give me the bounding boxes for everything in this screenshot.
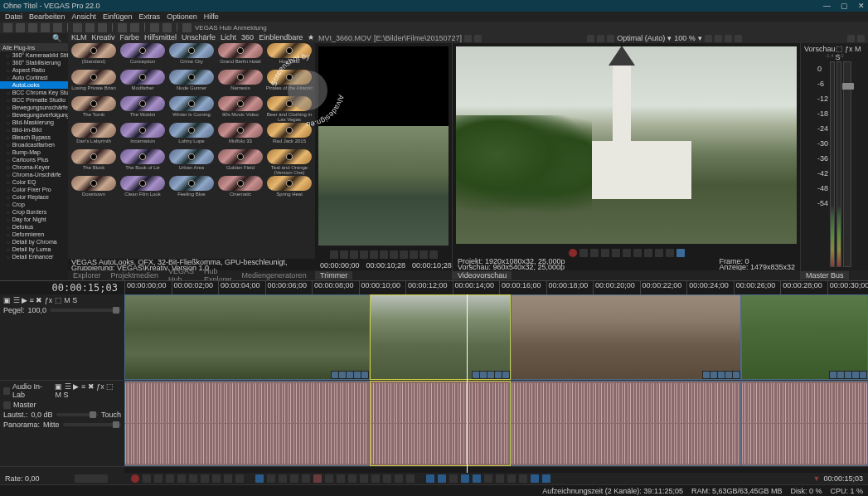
stop-icon[interactable]	[623, 249, 631, 257]
save-icon[interactable]	[28, 23, 37, 32]
cut-icon[interactable]	[73, 23, 82, 32]
audio-track-icons[interactable]: ▣ ☰ ▶ ≡ ✖ ƒx ⬚ M S	[55, 382, 121, 399]
menu-optionen[interactable]: Optionen	[167, 12, 197, 21]
plugin-item[interactable]: Color Replace	[0, 193, 68, 201]
track-icon[interactable]	[3, 387, 10, 395]
snap-icon[interactable]	[507, 474, 516, 483]
preset-item[interactable]: Dan's Labyrinth	[70, 123, 118, 148]
trimmer-tab[interactable]: Trimmer	[315, 271, 352, 280]
audio-track[interactable]	[124, 381, 868, 467]
preview-overlay-icon[interactable]	[725, 35, 732, 42]
preview-overlay-icon[interactable]	[735, 35, 742, 42]
category-tab[interactable]: Farbe	[120, 33, 140, 41]
mark-out-icon[interactable]	[410, 250, 418, 259]
preview-overlay-icon[interactable]	[705, 35, 712, 42]
prev-frame-icon[interactable]	[380, 250, 388, 259]
preset-item[interactable]: The Book of Liz	[119, 149, 167, 175]
menu-datei[interactable]: Datei	[5, 12, 22, 21]
preset-item[interactable]: Winter is Coming	[167, 96, 216, 122]
loop-icon[interactable]	[579, 249, 588, 257]
category-tab[interactable]: Kreativ	[92, 33, 115, 41]
preview-split-icon[interactable]	[607, 35, 614, 42]
tool-icon[interactable]	[290, 474, 298, 483]
plugin-item[interactable]: Day for Night	[0, 216, 68, 223]
plugin-item[interactable]: Aspect Ratio	[0, 66, 68, 74]
properties-icon[interactable]	[53, 23, 62, 32]
close-button[interactable]: ✕	[858, 2, 865, 10]
trimmer-tc-dur[interactable]: 00:00:10;28	[412, 261, 452, 270]
rate-label[interactable]: Rate: 0,00	[5, 474, 71, 483]
category-tab[interactable]: KLM	[71, 33, 87, 41]
loop-icon[interactable]	[143, 474, 151, 483]
plugin-item[interactable]: 360° Kameraabild Stitching	[0, 51, 68, 59]
category-tab[interactable]: Licht	[221, 33, 236, 41]
preset-item[interactable]: Nude Gunner	[167, 70, 216, 95]
play-start-icon[interactable]	[590, 249, 599, 257]
pause-icon[interactable]	[177, 474, 186, 483]
preset-item[interactable]: Modfather	[119, 70, 167, 95]
video-clip-selected[interactable]	[370, 294, 511, 380]
preset-item[interactable]: Teal and Orange (Version One)	[265, 149, 313, 175]
more-icon[interactable]	[429, 250, 438, 259]
plugin-item[interactable]: Bild-Maskierung	[0, 119, 68, 126]
record-icon[interactable]	[569, 249, 577, 257]
preset-item[interactable]: Muffolo 33	[216, 123, 264, 148]
snap-icon[interactable]	[531, 474, 539, 483]
preset-item[interactable]: 90s Music Video	[216, 96, 264, 122]
add-clip-icon[interactable]	[419, 250, 428, 259]
plugin-item[interactable]: Detail by Chroma	[0, 238, 68, 246]
quality-dropdown[interactable]: Optimal (Auto)	[617, 34, 665, 42]
playhead[interactable]	[467, 294, 468, 473]
preset-item[interactable]: Feeling Blue	[167, 176, 216, 202]
redo-icon[interactable]	[130, 23, 139, 32]
minimize-button[interactable]: —	[823, 2, 831, 10]
plugin-search[interactable]: 🔍	[0, 33, 68, 43]
snap-icon[interactable]	[449, 474, 458, 483]
trim-tool-icon[interactable]	[464, 35, 472, 42]
routing-icon[interactable]	[3, 401, 11, 409]
plugin-item[interactable]: AutoLooks	[0, 81, 68, 89]
stop-icon[interactable]	[360, 250, 368, 259]
tool-icon[interactable]	[267, 474, 275, 483]
upload-icon[interactable]	[150, 23, 159, 32]
plugin-item[interactable]: Bewegungsunschärfe	[0, 104, 68, 111]
master-controls[interactable]: ⬚ ƒx M S	[836, 45, 865, 51]
menu-bearbeiten[interactable]: Bearbeiten	[29, 12, 65, 21]
tool-icon[interactable]	[325, 474, 333, 483]
plugin-item[interactable]: Bump-Map	[0, 148, 68, 156]
tool-icon[interactable]	[383, 474, 391, 483]
audio-clip-selected[interactable]	[370, 381, 511, 466]
next-frame-icon[interactable]	[666, 249, 674, 257]
dock-icon[interactable]	[847, 35, 855, 42]
preset-item[interactable]: Downtown	[70, 176, 118, 202]
plugin-item[interactable]: BCC Primatte Studio	[0, 96, 68, 104]
toggle-icon[interactable]	[676, 249, 685, 257]
pegel-value[interactable]: 100,0	[28, 306, 47, 314]
video-clip[interactable]	[511, 294, 741, 380]
snap-icon[interactable]	[542, 474, 550, 483]
close-icon[interactable]	[857, 35, 865, 42]
play-start-icon[interactable]	[154, 474, 162, 483]
rate-slider[interactable]	[75, 474, 108, 483]
preview-fx-icon[interactable]	[597, 35, 604, 42]
go-end-icon[interactable]	[212, 474, 221, 483]
video-track-header[interactable]: ▣ ☰ ▶ ≡ ✖ ƒx ⬚ M S Pegel: 100,0	[0, 294, 124, 381]
preview-video[interactable]	[456, 46, 797, 244]
tool-icon[interactable]	[360, 474, 368, 483]
panel-tab[interactable]: Mediengeneratoren	[237, 271, 312, 280]
preset-item[interactable]: Grand Berlin Hotel	[216, 43, 264, 69]
preview-overlay-icon[interactable]	[715, 35, 722, 42]
clip-icons[interactable]	[331, 371, 369, 379]
mark-in-icon[interactable]	[400, 250, 408, 259]
plugin-item[interactable]: Chroma-Unschärfe	[0, 171, 68, 178]
copy-icon[interactable]	[85, 23, 95, 32]
preset-item[interactable]: Nemesis	[216, 70, 264, 95]
category-tab[interactable]: Einblendbare	[259, 33, 303, 41]
panel-tab[interactable]: Explorer	[68, 271, 106, 280]
play-icon[interactable]	[601, 249, 609, 257]
plugin-item[interactable]: Crop	[0, 201, 68, 208]
snap-icon[interactable]	[426, 474, 434, 483]
plugin-item[interactable]: Detail Enhancer	[0, 253, 68, 260]
tool-icon[interactable]	[279, 474, 287, 483]
plugin-item[interactable]: Cartoons Plus	[0, 156, 68, 163]
